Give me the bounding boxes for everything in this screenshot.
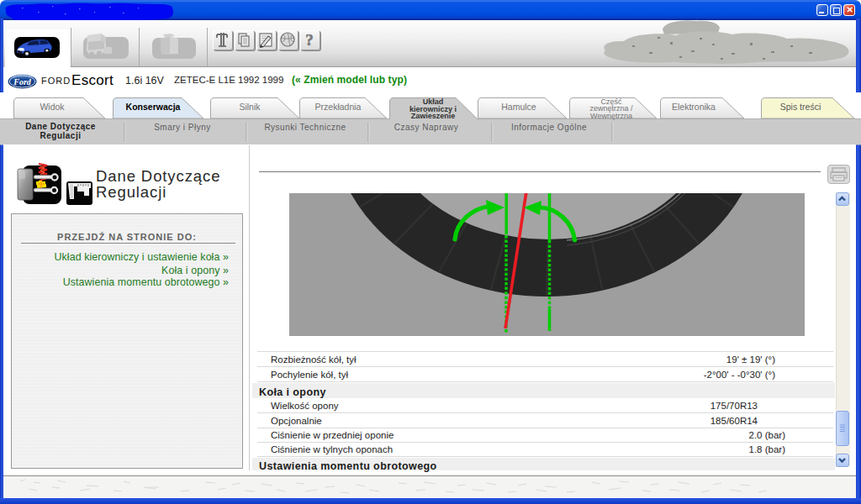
svg-text:Silnik: Silnik [239, 102, 261, 112]
svg-text:Rysunki Techniczne: Rysunki Techniczne [264, 123, 346, 132]
svg-text:Elektronika: Elektronika [672, 102, 716, 112]
svg-text:Hamulce: Hamulce [501, 102, 536, 112]
svg-text:Dane Dotyczące: Dane Dotyczące [25, 122, 96, 131]
svg-text:Ford: Ford [13, 77, 32, 87]
svg-text:Wewnętrzna: Wewnętrzna [590, 112, 632, 120]
svg-text:Przekładnia: Przekładnia [315, 102, 362, 112]
svg-text:Widok: Widok [40, 102, 65, 112]
svg-text:Spis treści: Spis treści [780, 102, 821, 112]
svg-text:Czasy Naprawy: Czasy Naprawy [394, 123, 459, 132]
svg-text:?: ? [305, 31, 314, 49]
svg-text:Regulacji: Regulacji [40, 131, 82, 140]
svg-text:Zawieszenie: Zawieszenie [411, 112, 456, 120]
svg-text:Smary i Płyny: Smary i Płyny [154, 123, 211, 132]
svg-text:Konserwacja: Konserwacja [126, 102, 181, 112]
svg-text:Informacje Ogólne: Informacje Ogólne [511, 123, 587, 132]
